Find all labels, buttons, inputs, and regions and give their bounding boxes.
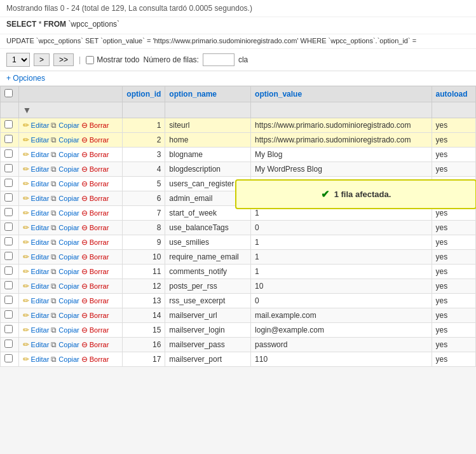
cell-option-id: 14 <box>123 308 165 323</box>
pencil-icon: ✏ <box>23 267 29 276</box>
delete-link[interactable]: Borrar <box>90 151 109 158</box>
edit-link[interactable]: Editar <box>31 312 50 319</box>
edit-link[interactable]: Editar <box>31 151 50 158</box>
delete-link[interactable]: Borrar <box>90 268 109 275</box>
sort-option-value-link[interactable]: option_value <box>255 90 302 99</box>
th-option-name[interactable]: option_name <box>165 86 251 102</box>
edit-link[interactable]: Editar <box>31 253 50 261</box>
edit-link[interactable]: Editar <box>31 326 50 334</box>
delete-link[interactable]: Borrar <box>90 282 109 290</box>
add-options-link[interactable]: + Opciones <box>6 74 45 83</box>
edit-link[interactable]: Editar <box>31 238 50 246</box>
row-checkbox[interactable] <box>4 223 13 231</box>
edit-link[interactable]: Editar <box>31 180 50 188</box>
show-all-checkbox[interactable] <box>86 56 94 64</box>
delete-link[interactable]: Borrar <box>90 224 109 231</box>
copy-link[interactable]: Copiar <box>58 253 79 261</box>
row-checkbox[interactable] <box>4 281 13 289</box>
copy-link[interactable]: Copiar <box>58 297 79 305</box>
toolbar: 1 > >> | Mostrar todo Número de filas: c… <box>0 49 476 71</box>
copy-link[interactable]: Copiar <box>58 341 79 348</box>
next-all-button[interactable]: >> <box>53 53 74 66</box>
copy-link[interactable]: Copiar <box>58 195 79 202</box>
delete-link[interactable]: Borrar <box>90 195 109 202</box>
copy-link[interactable]: Copiar <box>58 165 79 173</box>
delete-icon: ⊖ <box>81 150 88 159</box>
cell-option-value: https://www.primario.sudominioregistrado… <box>251 133 432 148</box>
sort-autoload-link[interactable]: autoload <box>436 90 468 99</box>
table-row: ✏ Editar ⧉ Copiar ⊖ Borrar 4blogdescript… <box>1 162 476 177</box>
delete-link[interactable]: Borrar <box>90 209 109 217</box>
copy-link[interactable]: Copiar <box>58 224 79 231</box>
row-checkbox[interactable] <box>4 208 13 216</box>
row-checkbox[interactable] <box>4 310 13 319</box>
delete-link[interactable]: Borrar <box>90 180 109 188</box>
action-cell: ✏ Editar ⧉ Copiar ⊖ Borrar <box>18 352 123 367</box>
row-checkbox[interactable] <box>4 354 13 362</box>
delete-link[interactable]: Borrar <box>90 297 109 305</box>
delete-link[interactable]: Borrar <box>90 326 109 334</box>
copy-link[interactable]: Copiar <box>58 136 79 144</box>
filter-icon[interactable]: ▼ <box>23 105 32 115</box>
next-button[interactable]: > <box>34 53 50 66</box>
info-bar: Mostrando filas 0 - 24 (total de 129, La… <box>0 0 476 17</box>
row-checkbox[interactable] <box>4 340 13 348</box>
delete-link[interactable]: Borrar <box>90 238 109 246</box>
copy-link[interactable]: Copiar <box>58 268 79 275</box>
edit-link[interactable]: Editar <box>31 224 50 231</box>
copy-link[interactable]: Copiar <box>58 209 79 217</box>
delete-link[interactable]: Borrar <box>90 355 109 363</box>
pencil-icon: ✏ <box>23 165 29 174</box>
copy-icon: ⧉ <box>51 238 57 247</box>
th-option-id[interactable]: option_id <box>123 86 165 102</box>
row-checkbox[interactable] <box>4 266 13 275</box>
delete-link[interactable]: Borrar <box>90 165 109 173</box>
copy-link[interactable]: Copiar <box>58 180 79 188</box>
copy-link[interactable]: Copiar <box>58 312 79 319</box>
copy-link[interactable]: Copiar <box>58 355 79 363</box>
row-checkbox[interactable] <box>4 149 13 158</box>
row-checkbox[interactable] <box>4 193 13 202</box>
delete-link[interactable]: Borrar <box>90 253 109 261</box>
delete-link[interactable]: Borrar <box>90 121 109 129</box>
row-checkbox[interactable] <box>4 135 13 143</box>
row-checkbox[interactable] <box>4 325 13 333</box>
delete-icon: ⊖ <box>81 311 88 320</box>
edit-link[interactable]: Editar <box>31 136 50 144</box>
edit-link[interactable]: Editar <box>31 268 50 275</box>
edit-link[interactable]: Editar <box>31 297 50 305</box>
copy-link[interactable]: Copiar <box>58 282 79 290</box>
copy-icon: ⧉ <box>51 252 57 261</box>
rows-input[interactable] <box>203 53 235 66</box>
copy-link[interactable]: Copiar <box>58 151 79 158</box>
edit-link[interactable]: Editar <box>31 209 50 217</box>
select-all-checkbox[interactable] <box>4 89 13 97</box>
row-checkbox[interactable] <box>4 179 13 187</box>
row-checkbox[interactable] <box>4 164 13 172</box>
cell-autoload: yes <box>432 133 475 148</box>
show-all-label[interactable]: Mostrar todo <box>86 55 139 64</box>
sort-option-id-link[interactable]: option_id <box>126 90 161 99</box>
delete-link[interactable]: Borrar <box>90 136 109 144</box>
delete-link[interactable]: Borrar <box>90 341 109 348</box>
row-checkbox[interactable] <box>4 252 13 260</box>
edit-link[interactable]: Editar <box>31 341 50 348</box>
copy-link[interactable]: Copiar <box>58 326 79 334</box>
edit-link[interactable]: Editar <box>31 121 50 129</box>
edit-link[interactable]: Editar <box>31 195 50 202</box>
delete-icon: ⊖ <box>81 121 88 130</box>
edit-link[interactable]: Editar <box>31 355 50 363</box>
th-option-value[interactable]: option_value <box>251 86 432 102</box>
th-autoload[interactable]: autoload <box>432 86 475 102</box>
row-checkbox[interactable] <box>4 237 13 245</box>
row-checkbox[interactable] <box>4 296 13 304</box>
row-checkbox[interactable] <box>4 120 13 128</box>
edit-link[interactable]: Editar <box>31 282 50 290</box>
copy-link[interactable]: Copiar <box>58 121 79 129</box>
delete-link[interactable]: Borrar <box>90 312 109 319</box>
sort-option-name-link[interactable]: option_name <box>169 90 217 99</box>
copy-link[interactable]: Copiar <box>58 238 79 246</box>
page-select[interactable]: 1 <box>6 53 30 67</box>
edit-link[interactable]: Editar <box>31 165 50 173</box>
cell-option-name: mailserver_pass <box>165 338 251 352</box>
